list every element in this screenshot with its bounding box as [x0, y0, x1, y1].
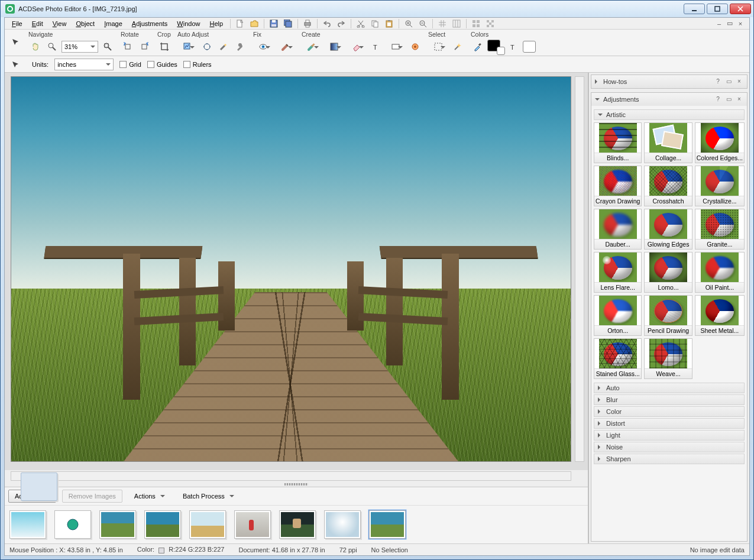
units-combo[interactable]: inches: [54, 59, 114, 70]
zoom-tool-icon[interactable]: [45, 40, 59, 53]
help-icon[interactable]: ?: [714, 78, 722, 85]
save-icon[interactable]: [268, 18, 280, 29]
menu-window[interactable]: Window: [172, 19, 205, 28]
open-folder-icon[interactable]: [248, 18, 260, 29]
section-noise[interactable]: Noise: [594, 442, 745, 452]
thumbnail-item[interactable]: [369, 510, 406, 539]
rotate-right-icon[interactable]: [137, 40, 151, 53]
collapse-icon[interactable]: ▭: [724, 78, 733, 85]
menu-edit[interactable]: Edit: [27, 19, 48, 28]
fx-blinds[interactable]: Blinds...: [594, 122, 642, 163]
menu-adjustments[interactable]: Adjustments: [127, 19, 173, 28]
redo-icon[interactable]: [335, 18, 347, 29]
pointer-tool2-icon[interactable]: [8, 58, 22, 71]
menu-help[interactable]: Help: [205, 19, 228, 28]
fx-sheet-metal[interactable]: Sheet Metal...: [695, 295, 745, 336]
remove-images-button[interactable]: Remove Images: [62, 490, 122, 503]
shapes-icon[interactable]: [386, 40, 406, 53]
fx-weave[interactable]: Weave...: [644, 338, 692, 379]
section-sharpen[interactable]: Sharpen: [594, 454, 745, 464]
color-wells[interactable]: [487, 40, 504, 54]
fx-granite[interactable]: Granite...: [695, 209, 745, 250]
thumbnail-item[interactable]: [9, 510, 46, 539]
settings-wrench-icon[interactable]: [233, 40, 247, 53]
auto-fix-icon[interactable]: [216, 40, 231, 53]
fx-lens-flare[interactable]: Lens Flare...: [594, 252, 642, 293]
rotate-left-icon[interactable]: [121, 40, 135, 53]
close-panel-icon[interactable]: ×: [735, 96, 743, 103]
grid2-icon[interactable]: [451, 18, 462, 29]
thumbnail-item[interactable]: [189, 510, 226, 539]
canvas-viewport[interactable]: [5, 73, 588, 470]
undo-icon[interactable]: [321, 18, 333, 29]
os-close-button[interactable]: [730, 4, 751, 14]
fx-pencil-drawing[interactable]: Pencil Drawing: [644, 295, 692, 336]
fill-color-well[interactable]: [523, 41, 536, 53]
zoom-out-icon[interactable]: [417, 18, 429, 29]
close-panel-icon[interactable]: ×: [735, 78, 743, 85]
eraser-icon[interactable]: [347, 40, 367, 53]
fx-crosshatch[interactable]: Crosshatch: [644, 166, 692, 206]
gradient-icon[interactable]: [324, 40, 344, 53]
os-minimize-button[interactable]: [684, 4, 705, 14]
help-icon[interactable]: ?: [714, 96, 722, 103]
menu-view[interactable]: View: [48, 19, 72, 28]
section-blur[interactable]: Blur: [594, 394, 745, 405]
thumbnail-item[interactable]: [54, 510, 91, 539]
howtos-panel-header[interactable]: How-tos ? ▭ ×: [591, 75, 747, 88]
align2-icon[interactable]: [484, 18, 496, 29]
fx-crystallize[interactable]: Crystallize...: [695, 166, 745, 206]
fx-stained-glass[interactable]: Stained Glass...: [594, 338, 642, 379]
print-icon[interactable]: [302, 18, 313, 29]
grid-icon[interactable]: [436, 18, 448, 29]
paste-icon[interactable]: [383, 18, 395, 29]
adjustments-panel-header[interactable]: Adjustments ? ▭ ×: [591, 93, 747, 106]
document-canvas[interactable]: [11, 76, 571, 462]
paintbrush-icon[interactable]: [302, 40, 322, 53]
magic-select-icon[interactable]: [451, 40, 465, 53]
thumbnail-strip[interactable]: [5, 506, 588, 543]
text-color-icon[interactable]: T: [506, 40, 520, 53]
thumbnail-item[interactable]: [99, 510, 136, 539]
batch-process-menu-button[interactable]: Batch Process: [177, 490, 240, 503]
section-distort[interactable]: Distort: [594, 418, 745, 429]
text-tool-icon[interactable]: T: [369, 40, 383, 53]
menu-object[interactable]: Object: [71, 19, 99, 28]
fx-oil-paint[interactable]: Oil Paint...: [695, 252, 745, 293]
mdi-restore-button[interactable]: ▭: [726, 20, 734, 27]
align-icon[interactable]: [470, 18, 482, 29]
mdi-close-button[interactable]: ×: [736, 20, 745, 27]
thumbnail-item[interactable]: [144, 510, 181, 539]
thumbnail-item[interactable]: [234, 510, 271, 539]
section-artistic[interactable]: Artistic: [594, 109, 745, 120]
actions-menu-button[interactable]: Actions: [128, 490, 171, 503]
autolevels-icon[interactable]: [177, 40, 198, 53]
fx-collage[interactable]: Collage...: [644, 122, 692, 163]
section-light[interactable]: Light: [594, 430, 745, 441]
menu-image[interactable]: Image: [99, 19, 127, 28]
section-auto[interactable]: Auto: [594, 383, 745, 393]
guides-checkbox[interactable]: Guides: [147, 61, 177, 68]
os-maximize-button[interactable]: [707, 4, 728, 14]
new-file-icon[interactable]: [234, 18, 246, 29]
fx-glowing-edges[interactable]: Glowing Edges: [644, 209, 692, 250]
fx-lomo[interactable]: Lomo...: [644, 252, 692, 293]
thumbnail-item[interactable]: [324, 510, 361, 539]
canvas-vertical-scrollbar[interactable]: [575, 76, 584, 462]
canvas-horizontal-scrollbar[interactable]: [11, 471, 571, 481]
pointer-tool-icon[interactable]: [8, 35, 22, 48]
fx-crayon-drawing[interactable]: Crayon Drawing: [594, 166, 642, 206]
redeye-icon[interactable]: [253, 40, 273, 53]
heal-brush-icon[interactable]: [276, 40, 296, 53]
mdi-minimize-button[interactable]: –: [715, 20, 723, 27]
pan-hand-icon[interactable]: [28, 40, 43, 53]
magic-wand-icon[interactable]: [200, 40, 214, 53]
grid-checkbox[interactable]: Grid: [119, 61, 141, 68]
fx-colored-edges[interactable]: Colored Edges...: [695, 122, 745, 163]
eyedropper-icon[interactable]: [471, 40, 485, 53]
marquee-icon[interactable]: [428, 40, 448, 53]
crop-icon[interactable]: [157, 40, 171, 53]
background-color-well[interactable]: [497, 47, 505, 55]
stamp-icon[interactable]: [408, 40, 422, 53]
rulers-checkbox[interactable]: Rulers: [183, 61, 212, 68]
